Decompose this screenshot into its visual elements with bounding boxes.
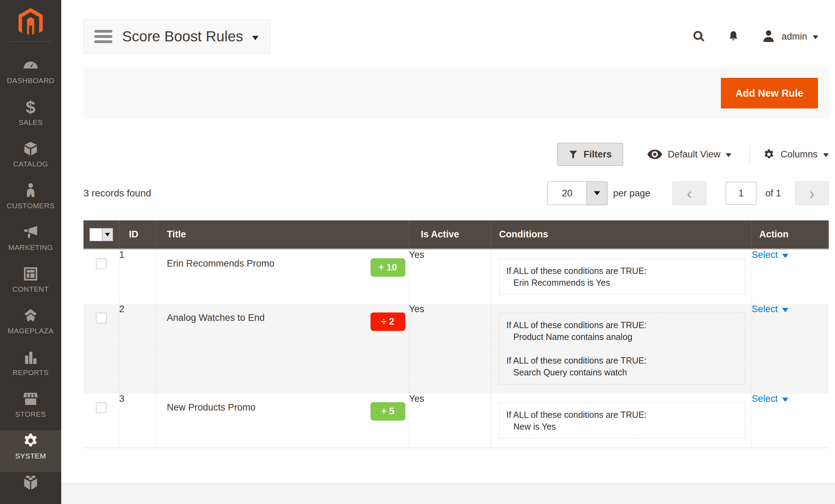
- filters-button[interactable]: Filters: [557, 143, 623, 166]
- sidebar-item-catalog[interactable]: CATALOG: [0, 138, 61, 180]
- columns-gear-icon: [763, 148, 775, 160]
- grid-summary-row: 3 records found 20 per page ‹ of 1 ›: [84, 181, 829, 205]
- score-badge: ÷ 2: [371, 312, 405, 331]
- stores-icon: [22, 389, 39, 409]
- view-switcher[interactable]: Default View: [647, 149, 731, 160]
- sidebar-item-label: CATALOG: [13, 160, 48, 168]
- prev-page-button[interactable]: ‹: [673, 181, 706, 205]
- sales-icon: $: [26, 97, 35, 117]
- main-content: Score Boost Rules admin: [61, 0, 835, 504]
- conditions-box: If ALL of these conditions are TRUE:New …: [499, 403, 745, 439]
- sidebar-item-marketing[interactable]: MARKETING: [0, 222, 61, 263]
- table-row: 3New Products Promo+ 5YesIf ALL of these…: [84, 393, 829, 448]
- cell-is-active: Yes: [409, 393, 491, 448]
- marketing-icon: [22, 222, 39, 242]
- cell-id: 3: [119, 393, 156, 448]
- row-checkbox[interactable]: [96, 403, 106, 413]
- page-number-input[interactable]: [726, 182, 756, 205]
- cell-id: 2: [119, 304, 156, 393]
- sidebar-item-label: STORES: [15, 410, 46, 418]
- system-icon: [22, 431, 39, 450]
- score-badge: + 10: [371, 258, 405, 277]
- user-icon: [761, 29, 776, 44]
- add-new-rule-button[interactable]: Add New Rule: [721, 78, 818, 108]
- search-icon[interactable]: [692, 30, 706, 43]
- cell-is-active: Yes: [409, 249, 491, 304]
- condition-header: If ALL of these conditions are TRUE:: [507, 409, 738, 421]
- cell-is-active: Yes: [409, 304, 491, 393]
- sidebar-item-system[interactable]: SYSTEM: [0, 430, 61, 472]
- user-menu[interactable]: admin: [761, 29, 818, 44]
- column-header-conditions[interactable]: Conditions: [491, 220, 752, 249]
- page-title: Score Boost Rules: [122, 28, 243, 45]
- reports-icon: [22, 348, 39, 367]
- sidebar-item-mageplaza[interactable]: MAGEPLAZA: [0, 305, 61, 347]
- condition-header: If ALL of these conditions are TRUE:: [507, 265, 738, 277]
- select-caret-icon: [782, 398, 788, 402]
- select-all-caret-icon: [102, 228, 113, 241]
- table-row: 1Erin Recommends Promo+ 10YesIf ALL of t…: [84, 249, 829, 304]
- sidebar-item-sales[interactable]: $SALES: [0, 97, 61, 138]
- condition-detail: Erin Recommends is Yes: [507, 277, 738, 288]
- columns-control[interactable]: Columns: [763, 148, 829, 160]
- notifications-icon[interactable]: [727, 30, 740, 43]
- column-header-action[interactable]: Action: [752, 220, 829, 249]
- sidebar-item-label: MAGEPLAZA: [8, 327, 54, 335]
- condition-detail: Product Name contains analog: [507, 331, 738, 343]
- sidebar-item-dashboard[interactable]: DASHBOARD: [0, 55, 61, 97]
- page-header: Score Boost Rules admin: [84, 19, 829, 54]
- customers-icon: [22, 181, 39, 200]
- mageplaza-icon: [22, 306, 39, 325]
- sidebar-item-customers[interactable]: CUSTOMERS: [0, 180, 61, 222]
- column-header-title[interactable]: Title: [156, 220, 409, 249]
- sidebar-item-label: SYSTEM: [15, 452, 46, 460]
- select-caret-icon: [782, 254, 788, 258]
- select-all-box: [90, 228, 102, 241]
- select-action-link[interactable]: Select: [752, 304, 788, 315]
- page-actions-band: Add New Rule: [84, 67, 829, 119]
- sidebar-nav: DASHBOARD$SALESCATALOGCUSTOMERSMARKETING…: [0, 55, 61, 472]
- sidebar: DASHBOARD$SALESCATALOGCUSTOMERSMARKETING…: [0, 0, 61, 504]
- column-header-id[interactable]: ID: [119, 220, 156, 249]
- sidebar-item-label: DASHBOARD: [7, 76, 55, 85]
- eye-icon: [647, 149, 662, 159]
- sidebar-item-label: CUSTOMERS: [7, 202, 54, 210]
- sidebar-item-stores[interactable]: STORES: [0, 389, 61, 430]
- dashboard-icon: [22, 56, 39, 75]
- filter-icon: [568, 150, 578, 159]
- rule-title: Analog Watches to End: [167, 312, 265, 323]
- hamburger-icon[interactable]: [94, 30, 112, 43]
- magento-logo-icon[interactable]: [0, 0, 61, 42]
- row-checkbox[interactable]: [96, 313, 106, 323]
- column-header-is-active[interactable]: Is Active: [409, 220, 491, 249]
- per-page-select[interactable]: 20: [547, 181, 607, 205]
- sidebar-item-reports[interactable]: REPORTS: [0, 347, 61, 389]
- select-caret-icon: [782, 308, 788, 312]
- row-checkbox[interactable]: [96, 259, 106, 269]
- extensions-icon: [22, 473, 40, 492]
- select-action-link[interactable]: Select: [752, 393, 788, 404]
- sidebar-item-content[interactable]: CONTENT: [0, 263, 61, 305]
- next-page-button[interactable]: ›: [795, 181, 829, 205]
- select-all-checkbox[interactable]: [89, 228, 113, 241]
- admin-caret-icon: [813, 35, 818, 39]
- rules-table: ID Title Is Active Conditions Action 1Er…: [84, 220, 829, 448]
- cell-id: 1: [119, 249, 156, 304]
- select-action-link[interactable]: Select: [752, 250, 788, 260]
- sidebar-item-label: REPORTS: [13, 368, 49, 377]
- content-icon: [22, 264, 39, 284]
- per-page-caret-icon: [587, 182, 607, 205]
- toolbar-divider: [749, 145, 750, 163]
- user-name: admin: [781, 31, 807, 42]
- per-page-label: per page: [613, 188, 650, 199]
- view-label: Default View: [668, 149, 720, 160]
- title-caret-icon[interactable]: [252, 36, 259, 40]
- table-header-row: ID Title Is Active Conditions Action: [84, 220, 829, 249]
- page-title-box: Score Boost Rules: [84, 19, 271, 54]
- catalog-icon: [22, 139, 39, 158]
- grid-toolbar: Filters Default View Columns: [84, 143, 829, 166]
- sidebar-item-extensions[interactable]: [0, 472, 61, 504]
- rule-title: New Products Promo: [167, 402, 256, 413]
- columns-caret-icon: [823, 153, 829, 157]
- condition-header: If ALL of these conditions are TRUE:: [507, 319, 738, 331]
